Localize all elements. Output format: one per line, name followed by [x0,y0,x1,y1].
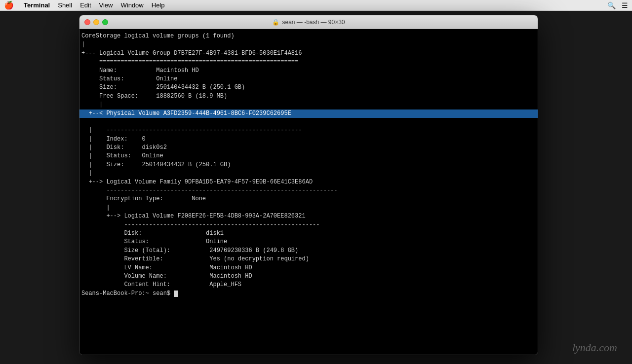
maximize-button[interactable] [102,19,108,25]
list-item: +--> Logical Volume Family 9DFBA1D5-EA79… [81,179,313,185]
list-item: Volume Name: Macintosh HD [81,273,252,280]
list-item: | Status: Online [81,152,163,159]
list-item: | Index: 0 [81,136,146,143]
list-item: Name: Macintosh HD [81,67,199,74]
list-item: | [81,41,85,48]
list-item: | [81,170,92,177]
watermark: lynda.com [572,341,617,354]
menubar-view[interactable]: View [99,1,113,9]
list-item: LV Name: Macintosh HD [81,264,252,271]
list-item: Free Space: 18882560 B (18.9 MB) [81,93,227,100]
menu-icon[interactable]: ☰ [622,1,628,9]
menubar-help[interactable]: Help [152,1,165,9]
list-item: | [81,204,110,211]
list-item: | --------------------------------------… [81,127,302,134]
list-item: Revertible: Yes (no decryption required) [81,255,309,262]
list-item: CoreStorage logical volume groups (1 fou… [81,33,235,39]
close-button[interactable] [84,19,90,25]
list-item: Disk: disk1 [81,230,224,237]
list-item: | Disk: disk0s2 [81,144,167,151]
list-item: Size (Total): 249769230336 B (249.8 GB) [81,247,298,254]
menubar-edit[interactable]: Edit [80,1,91,9]
terminal-window: 🔒 sean — -bash — 90×30 CoreStorage logic… [79,15,538,355]
list-item: +--< Physical Volume A3FD2359-444B-4961-… [79,109,538,118]
terminal-prompt: Seans-MacBook-Pro:~ sean$ [81,290,174,297]
list-item: Status: Online [81,238,227,245]
list-item: Content Hint: Apple_HFS [81,281,241,288]
lock-icon: 🔒 [272,19,279,26]
traffic-lights [84,19,108,25]
terminal-content[interactable]: CoreStorage logical volume groups (1 fou… [79,29,538,355]
menubar-terminal[interactable]: Terminal [24,1,50,9]
terminal-cursor [174,291,178,297]
list-item: +--> Logical Volume F208EF26-EF5B-4DB8-9… [81,213,306,219]
list-item: ----------------------------------------… [81,221,319,228]
list-item: Encryption Type: None [81,195,206,202]
titlebar: 🔒 sean — -bash — 90×30 [79,15,538,29]
search-icon[interactable]: 🔍 [607,1,616,9]
menubar-shell[interactable]: Shell [58,1,72,9]
title-text: sean — -bash — 90×30 [282,19,345,26]
menubar: 🍎 Terminal Shell Edit View Window Help 🔍… [0,0,632,11]
list-item: ----------------------------------------… [81,187,337,194]
titlebar-title: 🔒 sean — -bash — 90×30 [272,19,345,26]
list-item: Status: Online [81,75,177,82]
minimize-button[interactable] [93,19,99,25]
list-item: +--- Logical Volume Group D7B7E27F-4B97-… [81,50,302,57]
list-item: Size: 250140434432 B (250.1 GB) [81,84,245,91]
apple-menu-icon[interactable]: 🍎 [4,0,14,10]
list-item: ========================================… [81,58,298,65]
list-item: | Size: 250140434432 B (250.1 GB) [81,161,231,168]
list-item: | [81,101,103,108]
menubar-window[interactable]: Window [121,1,144,9]
